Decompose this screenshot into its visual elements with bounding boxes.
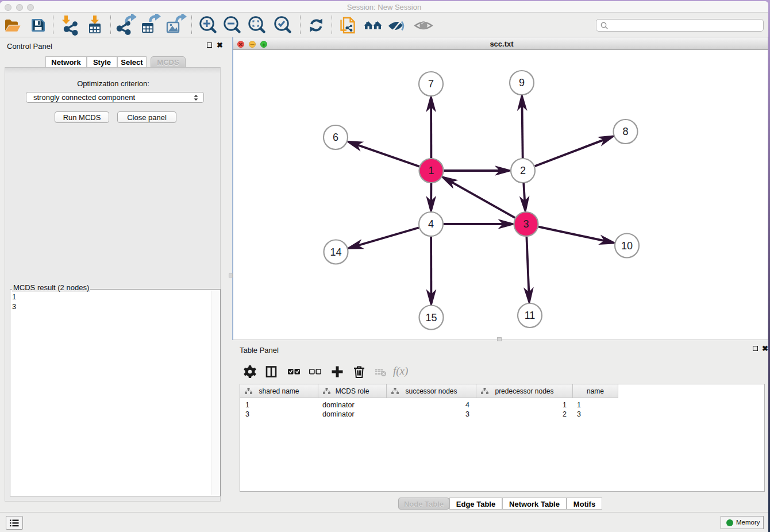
svg-text:11: 11 (525, 310, 536, 321)
svg-text:3: 3 (523, 218, 529, 230)
svg-text:7: 7 (428, 78, 434, 90)
svg-text:15: 15 (425, 312, 437, 323)
svg-text:1: 1 (428, 165, 434, 176)
svg-text:6: 6 (333, 132, 338, 143)
svg-text:14: 14 (330, 246, 341, 258)
svg-text:2: 2 (520, 165, 526, 176)
svg-text:8: 8 (622, 126, 628, 137)
svg-text:4: 4 (428, 218, 434, 230)
svg-text:10: 10 (621, 240, 633, 252)
svg-text:9: 9 (519, 77, 525, 88)
